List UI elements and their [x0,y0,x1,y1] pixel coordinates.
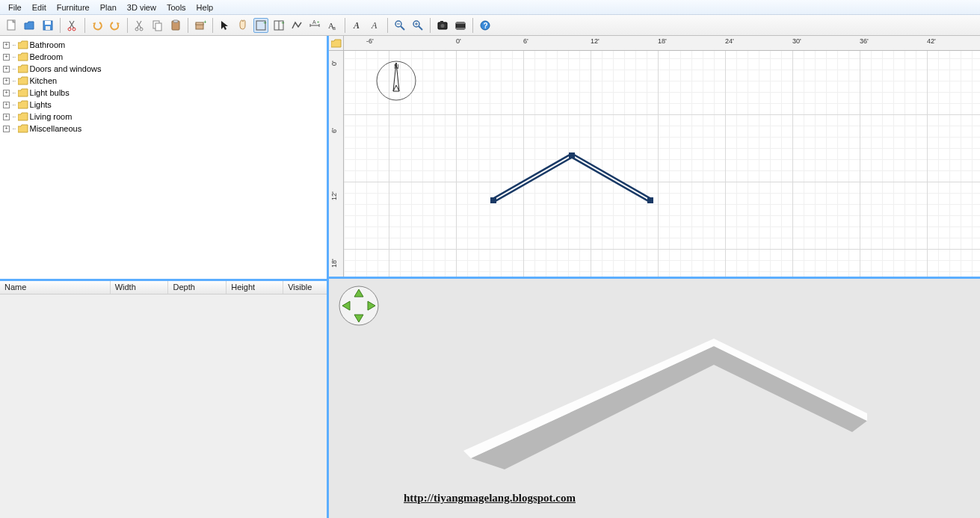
add-furniture-button[interactable]: + [193,18,208,33]
catalog-category-bedroom[interactable]: +··· Bedroom [0,51,327,63]
folder-icon [18,64,28,73]
svg-text:?: ? [484,22,488,30]
text-italic-button[interactable]: A [368,18,383,33]
redo-button[interactable] [108,18,123,33]
col-depth[interactable]: Depth [168,281,226,294]
ruler-tick: 18' [330,259,338,268]
category-label: Doors and windows [30,64,102,73]
new-button[interactable] [4,18,19,33]
category-label: Bathroom [30,40,66,49]
furniture-table: Name Width Depth Height Visible [0,281,327,518]
cut2-button[interactable] [132,18,147,33]
open-button[interactable] [22,18,37,33]
expand-icon[interactable]: + [3,102,10,108]
plan-view[interactable]: 0' 6' 12' 18' -6' 0' 6' 12' 18' 24' 30' … [329,36,980,279]
help-button[interactable]: ? [478,18,493,33]
svg-point-35 [441,24,445,28]
catalog-category-kitchen[interactable]: +··· Kitchen [0,75,327,87]
svg-text:A: A [371,20,377,31]
furniture-catalog-tree[interactable]: +··· Bathroom +··· Bedroom +··· Doors an… [0,36,327,281]
catalog-category-misc[interactable]: +··· Miscellaneous [0,123,327,135]
ruler-tick: 18' [658,37,667,45]
create-walls-button[interactable]: + [253,18,268,33]
col-name[interactable]: Name [0,281,111,294]
expand-icon[interactable]: + [3,126,10,132]
zoom-in-button[interactable] [410,18,425,33]
compass-icon[interactable]: N [374,58,419,103]
save-button[interactable] [40,18,55,33]
separator [430,18,431,33]
menubar: File Edit Furniture Plan 3D view Tools H… [0,0,980,15]
create-photo-button[interactable] [435,18,450,33]
undo-button[interactable] [90,18,105,33]
svg-rect-11 [173,20,178,22]
catalog-category-bathroom[interactable]: +··· Bathroom [0,39,327,51]
create-video-button[interactable] [453,18,468,33]
menu-tools[interactable]: Tools [161,1,191,13]
col-width[interactable]: Width [111,281,169,294]
separator [188,18,188,33]
col-height[interactable]: Height [226,281,283,294]
svg-text:a: a [333,24,336,31]
catalog-category-lights[interactable]: +··· Lights [0,99,327,111]
category-label: Lights [30,100,52,109]
select-tool-button[interactable] [218,18,232,33]
watermark-link[interactable]: http://tiyangmagelang.blogspot.com [404,492,576,505]
catalog-category-lightbulbs[interactable]: +··· Light bulbs [0,87,327,99]
ruler-tick: 0' [330,61,338,66]
folder-icon [18,100,28,109]
catalog-category-livingroom[interactable]: +··· Living room [0,111,327,123]
create-text-button[interactable]: Aa [325,18,340,33]
ruler-tick: 42' [927,37,936,45]
expand-icon[interactable]: + [3,54,10,61]
create-polyline-button[interactable] [289,18,304,33]
ruler-tick: -6' [366,37,374,45]
folder-icon [18,76,28,85]
svg-rect-13 [196,22,203,25]
copy-button[interactable] [150,18,165,33]
menu-furniture[interactable]: Furniture [52,1,95,13]
3d-view[interactable]: http://tiyangmagelang.blogspot.com [329,279,980,518]
expand-icon[interactable]: + [3,42,10,49]
svg-rect-38 [456,22,465,24]
category-label: Living room [30,112,73,121]
folder-icon [331,39,342,48]
create-rooms-button[interactable]: + [271,18,286,33]
folder-icon [18,52,28,61]
pan-tool-button[interactable] [235,18,250,33]
furniture-table-body[interactable] [0,295,327,518]
wall-segment[interactable] [486,148,658,215]
svg-rect-2 [45,21,51,25]
ruler-origin-button[interactable] [329,36,344,51]
plan-canvas[interactable]: N [344,51,980,277]
expand-icon[interactable]: + [3,78,10,84]
menu-plan[interactable]: Plan [95,1,122,13]
ruler-tick: 0' [456,37,461,45]
expand-icon[interactable]: + [3,90,10,96]
text-bold-button[interactable]: A [350,18,365,33]
separator [472,18,473,33]
toolbar: + + + A+ Aa A A ? [0,15,980,36]
menu-help[interactable]: Help [191,1,219,13]
svg-text:A: A [312,19,316,25]
zoom-out-button[interactable] [392,18,407,33]
create-dimensions-button[interactable]: A+ [307,18,322,33]
svg-rect-3 [46,26,50,30]
ruler-tick: 6' [523,37,528,45]
ruler-tick: 24' [725,37,734,45]
svg-text:+: + [281,19,285,26]
expand-icon[interactable]: + [3,114,10,120]
menu-edit[interactable]: Edit [27,1,52,13]
folder-icon [18,124,28,133]
menu-3dview[interactable]: 3D view [122,1,161,13]
paste-button[interactable] [168,18,183,33]
svg-line-28 [401,26,404,30]
category-label: Light bulbs [30,88,70,97]
catalog-category-doors-windows[interactable]: +··· Doors and windows [0,63,327,75]
folder-icon [18,88,28,97]
menu-file[interactable]: File [3,1,27,13]
cut-button[interactable] [65,18,80,33]
col-visible[interactable]: Visible [283,281,327,294]
expand-icon[interactable]: + [3,66,10,73]
separator [387,18,388,33]
